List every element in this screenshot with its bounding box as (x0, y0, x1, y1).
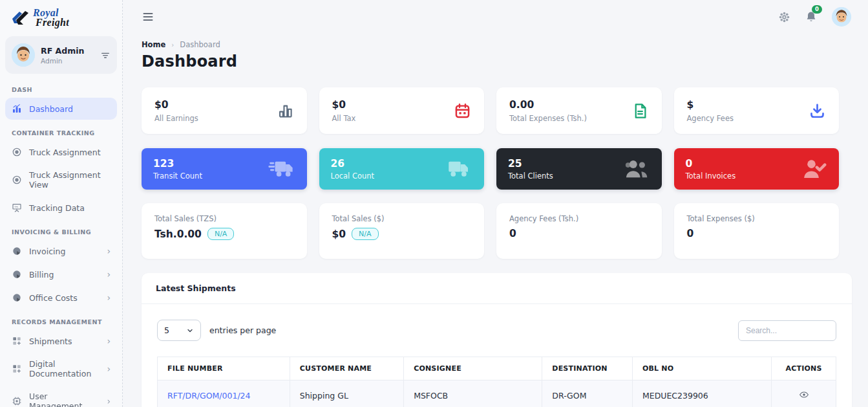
hamburger-menu-icon[interactable] (142, 10, 154, 23)
pie-icon (12, 269, 22, 280)
stat-value: $0 (332, 99, 356, 111)
brand-logo[interactable]: Royal Freight (0, 0, 122, 31)
sidebar-item-invoicing[interactable]: Invoicing› (5, 240, 117, 262)
breadcrumb: Home › Dashboard (142, 40, 852, 49)
stat-label: Total Invoices (686, 171, 736, 181)
sidebar-item-tracking-data[interactable]: Tracking Data (5, 197, 117, 219)
cell-consignee: MSFOCB (404, 380, 542, 407)
column-header-customer-name: CUSTOMER NAME (290, 357, 403, 380)
stat-value: 26 (331, 158, 375, 170)
stat-value: 0 (509, 228, 516, 239)
stat-value: $0 (154, 99, 198, 111)
breadcrumb-separator-icon: › (171, 41, 174, 49)
stat-card-agency-fees: $Agency Fees (674, 87, 840, 134)
stat-value: 25 (508, 158, 553, 170)
sidebar-item-office-costs[interactable]: Office Costs› (5, 287, 117, 309)
stat-label: Total Sales (TZS) (154, 214, 294, 223)
sidebar-item-truck-assignment-view[interactable]: Truck Assignment View (5, 164, 117, 195)
stat-value: Tsh.0.00 (154, 228, 202, 240)
cell-actions (772, 380, 836, 407)
stat-label: Total Clients (508, 171, 553, 181)
view-shipment-button[interactable] (799, 390, 809, 400)
entries-per-page-select[interactable]: 5 (157, 320, 201, 341)
sidebar-item-user-management[interactable]: User Management› (5, 386, 117, 407)
latest-shipments-title: Latest Shipments (142, 273, 852, 304)
calendar-icon (454, 102, 471, 120)
sidebar: Royal Freight RF Admin Admin DASHDashboa… (0, 0, 123, 407)
chevron-right-icon: › (107, 247, 111, 256)
sidebar-filter-icon[interactable] (100, 50, 111, 60)
brand-name-line1: Royal (33, 8, 69, 17)
section-label-container-tracking: CONTAINER TRACKING (12, 129, 111, 137)
notifications-button[interactable]: 0 (805, 10, 818, 23)
table-controls: 5 entries per page (142, 304, 852, 353)
cell-customer-name: Shipping GL (290, 380, 403, 407)
brand-name: Royal Freight (33, 8, 69, 27)
record-icon (12, 147, 22, 157)
profile-name: RF Admin (41, 46, 84, 56)
cell-file-number[interactable]: RFT/DR/GOM/001/24 (158, 380, 290, 407)
stat-label: Total Sales ($) (332, 214, 472, 223)
column-header-actions: ACTIONS (772, 357, 836, 380)
stat-card-all-tax: $0All Tax (319, 87, 485, 134)
chevron-right-icon: › (107, 270, 111, 279)
download-icon (809, 102, 826, 120)
notification-badge: 0 (812, 5, 822, 14)
na-badge: N/A (207, 228, 234, 240)
stat-card-all-earnings: $0All Earnings (142, 87, 307, 134)
user-avatar[interactable] (832, 7, 851, 27)
grid-plus-icon (12, 336, 22, 346)
sidebar-item-label: User Management (29, 391, 100, 407)
eye-icon (799, 390, 809, 400)
stat-card-total-clients: 25Total Clients (496, 148, 662, 190)
stat-value: $0 (332, 228, 346, 240)
stat-card-total-expenses-tsh: 0.00Total Expenses (Tsh.) (496, 87, 662, 134)
stat-cards-row1: $0All Earnings$0All Tax0.00Total Expense… (142, 87, 839, 134)
stat-card-local-count: 26Local Count (319, 148, 485, 190)
stat-card-total-invoices: 0Total Invoices (674, 148, 840, 190)
stat-label: Agency Fees (687, 114, 734, 123)
sidebar-item-label: Office Costs (29, 293, 78, 303)
chevron-right-icon: › (107, 364, 111, 373)
stat-value: 0 (686, 158, 736, 170)
na-badge: N/A (352, 228, 378, 240)
section-label-records-management: RECORDS MANAGEMENT (12, 318, 111, 325)
entries-per-page-value: 5 (164, 325, 169, 335)
record-icon (12, 175, 22, 185)
topbar: 0 (123, 0, 868, 34)
stat-label: Total Expenses (Tsh.) (509, 114, 587, 123)
section-label-invoicing-billing: INVOICING & BILLING (12, 228, 111, 236)
sidebar-item-billing[interactable]: Billing› (5, 263, 117, 285)
breadcrumb-home-link[interactable]: Home (142, 40, 165, 49)
sidebar-item-label: Tracking Data (29, 203, 85, 213)
sidebar-item-label: Billing (29, 270, 54, 280)
section-label-dash: DASH (12, 86, 111, 93)
sidebar-item-label: Truck Assignment View (29, 170, 111, 190)
breadcrumb-current: Dashboard (180, 40, 220, 49)
chevron-right-icon: › (107, 397, 111, 406)
stat-value: $ (687, 99, 734, 111)
table-header-row: FILE NUMBERCUSTOMER NAMECONSIGNEEDESTINA… (158, 357, 836, 380)
avatar (12, 43, 35, 67)
pie-icon (12, 292, 22, 303)
sidebar-item-truck-assignment[interactable]: Truck Assignment (5, 141, 117, 163)
stat-label: Transit Count (153, 171, 202, 181)
stat-cards-row3: Total Sales (TZS)Tsh.0.00N/ATotal Sales … (142, 203, 839, 259)
chevron-right-icon: › (107, 293, 111, 302)
search-input[interactable] (738, 320, 836, 341)
sidebar-item-dashboard[interactable]: Dashboard (5, 98, 117, 120)
sidebar-item-shipments[interactable]: Shipments› (5, 330, 117, 352)
stat-value: 123 (153, 158, 202, 170)
sidebar-item-digital-documentation[interactable]: Digital Documentation› (5, 353, 117, 384)
cpu-icon (12, 396, 22, 406)
truck-icon (445, 155, 472, 182)
stat-card-total-expenses: Total Expenses ($)0 (674, 203, 840, 259)
stat-label: Total Expenses ($) (687, 214, 827, 223)
theme-toggle-icon[interactable] (778, 11, 790, 23)
file-text-icon (631, 102, 649, 120)
cell-destination: DR-GOM (542, 380, 633, 407)
profile-card[interactable]: RF Admin Admin (5, 36, 117, 74)
stat-card-transit-count: 123Transit Count (142, 148, 307, 190)
stat-label: All Earnings (154, 114, 198, 123)
users-icon (623, 155, 650, 182)
